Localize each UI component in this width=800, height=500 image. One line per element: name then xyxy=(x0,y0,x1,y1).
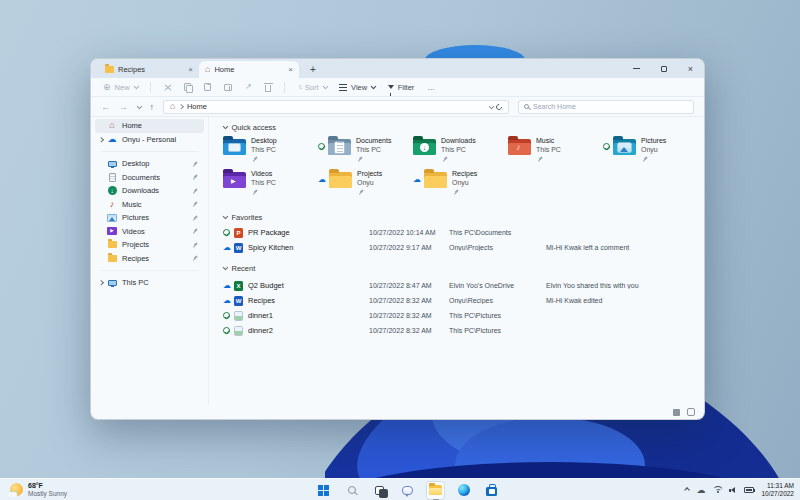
quick-access-tile-documents[interactable]: Documents This PC xyxy=(318,136,413,169)
close-tab-icon[interactable]: × xyxy=(288,66,293,74)
close-button[interactable]: × xyxy=(677,59,704,78)
start-button[interactable] xyxy=(314,481,333,500)
weather-widget[interactable]: 68°F Mostly Sunny xyxy=(10,482,67,498)
task-view-button[interactable] xyxy=(370,481,389,500)
sort-button[interactable]: ↑↓ Sort xyxy=(298,83,326,92)
weather-temp: 68°F xyxy=(28,482,67,490)
sidebar-item-music[interactable]: ♪ Music xyxy=(95,198,204,212)
new-button[interactable]: ⊕ New xyxy=(103,83,137,92)
tab-recipes[interactable]: Recipes × xyxy=(99,61,199,78)
tab-home[interactable]: ⌂ Home × xyxy=(199,61,299,78)
section-header-favorites[interactable]: Favorites xyxy=(209,211,704,223)
edge-button[interactable] xyxy=(454,481,473,500)
file-row-q2-budget[interactable]: ☁ Q2 Budget 10/27/2022 8:47 AM Elvin Yoo… xyxy=(209,278,704,293)
chat-bubble-icon xyxy=(402,486,413,495)
sidebar-item-onedrive[interactable]: ☁ Onyu - Personal xyxy=(95,133,204,147)
forward-button[interactable]: → xyxy=(119,102,128,112)
folder-icon xyxy=(108,241,117,248)
pictures-folder-icon xyxy=(613,139,636,155)
sidebar-item-videos[interactable]: ▶ Videos xyxy=(95,225,204,239)
history-chevron-icon[interactable] xyxy=(137,103,142,108)
quick-access-tile-projects[interactable]: ☁ Projects Onyu xyxy=(318,169,413,202)
up-button[interactable]: ↑ xyxy=(150,102,155,112)
chevron-right-icon[interactable] xyxy=(98,137,103,142)
sidebar-item-desktop[interactable]: Desktop xyxy=(95,157,204,171)
paste-icon[interactable] xyxy=(204,83,211,91)
address-dropdown-icon[interactable] xyxy=(488,103,493,108)
search-button[interactable] xyxy=(342,481,361,500)
task-view-icon xyxy=(375,486,384,495)
excel-file-icon xyxy=(234,281,243,291)
address-breadcrumb[interactable]: ⌂ Home xyxy=(163,100,509,114)
tray-expand-button[interactable] xyxy=(686,488,690,492)
breadcrumb-path: Home xyxy=(187,102,207,111)
chevron-right-icon[interactable] xyxy=(98,280,103,285)
weather-condition: Mostly Sunny xyxy=(28,490,67,498)
maximize-button[interactable] xyxy=(650,59,677,78)
chevron-down-icon xyxy=(371,84,376,89)
word-file-icon xyxy=(234,243,243,253)
file-row-dinner2[interactable]: dinner2 10/27/2022 8:32 AM This PC\Pictu… xyxy=(209,323,704,338)
view-button[interactable]: View xyxy=(339,83,375,92)
rename-icon[interactable] xyxy=(224,84,232,91)
folder-icon xyxy=(108,255,117,262)
videos-folder-icon: ▶ xyxy=(223,172,246,188)
word-file-icon xyxy=(234,296,243,306)
quick-access-tile-downloads[interactable]: ↓ Downloads This PC xyxy=(413,136,508,169)
battery-icon[interactable] xyxy=(744,487,754,493)
home-icon: ⌂ xyxy=(170,102,175,111)
large-icons-view-toggle-icon[interactable] xyxy=(687,408,695,416)
file-row-recipes[interactable]: ☁ Recipes 10/27/2022 8:32 AM Onyu\Recipe… xyxy=(209,293,704,308)
sidebar-item-home[interactable]: ⌂ Home xyxy=(95,119,204,133)
image-file-icon xyxy=(234,326,243,336)
refresh-icon[interactable] xyxy=(495,102,503,110)
more-options-button[interactable]: … xyxy=(427,83,435,92)
file-row-spicy-kitchen[interactable]: ☁ Spicy Kitchen 10/27/2022 9:17 AM Onyu\… xyxy=(209,240,704,255)
new-tab-button[interactable]: + xyxy=(305,62,321,78)
sidebar-item-downloads[interactable]: ↓ Downloads xyxy=(95,184,204,198)
sync-status-icon xyxy=(318,143,325,150)
view-label: View xyxy=(351,83,367,92)
chat-button[interactable] xyxy=(398,481,417,500)
search-box[interactable] xyxy=(518,100,694,114)
sidebar-item-projects[interactable]: Projects xyxy=(95,238,204,252)
sort-arrows-icon: ↑↓ xyxy=(298,83,301,91)
minimize-button[interactable] xyxy=(623,59,650,78)
share-icon[interactable]: ↗ xyxy=(245,83,252,91)
section-header-quick-access[interactable]: Quick access xyxy=(209,121,704,133)
navigation-pane: ⌂ Home ☁ Onyu - Personal Desktop xyxy=(91,117,209,405)
delete-icon[interactable] xyxy=(265,85,271,92)
sidebar-item-this-pc[interactable]: This PC xyxy=(95,276,204,290)
sidebar-item-recipes[interactable]: Recipes xyxy=(95,252,204,266)
onedrive-tray-icon[interactable]: ☁ xyxy=(696,486,705,495)
file-row-dinner1[interactable]: dinner1 10/27/2022 8:32 AM This PC\Pictu… xyxy=(209,308,704,323)
quick-access-tile-videos[interactable]: ▶ Videos This PC xyxy=(223,169,318,202)
file-explorer-button[interactable] xyxy=(426,481,445,500)
divider xyxy=(150,82,151,93)
pin-icon xyxy=(441,155,449,163)
copy-icon[interactable] xyxy=(184,83,191,91)
quick-access-tile-music[interactable]: ♪ Music This PC xyxy=(508,136,603,169)
file-row-pr-package[interactable]: PR Package 10/27/2022 10:14 AM This PC\D… xyxy=(209,225,704,240)
clock[interactable]: 11:31 AM 10/27/2022 xyxy=(761,482,794,498)
pin-icon xyxy=(251,188,259,196)
details-view-toggle-icon[interactable] xyxy=(673,409,680,416)
system-tray: ☁ 11:31 AM 10/27/2022 xyxy=(686,479,794,500)
store-button[interactable] xyxy=(482,481,501,500)
quick-access-tile-recipes[interactable]: ☁ Recipes Onyu xyxy=(413,169,508,202)
quick-access-tile-pictures[interactable]: Pictures Onyu xyxy=(603,136,698,169)
sidebar-item-pictures[interactable]: Pictures xyxy=(95,211,204,225)
file-explorer-icon xyxy=(429,485,442,495)
wifi-icon[interactable] xyxy=(712,486,722,494)
quick-access-tile-desktop[interactable]: Desktop This PC xyxy=(223,136,318,169)
back-button[interactable]: ← xyxy=(101,102,110,112)
pin-icon xyxy=(641,155,649,163)
cut-icon[interactable] xyxy=(164,84,171,91)
close-tab-icon[interactable]: × xyxy=(188,66,193,74)
pin-icon xyxy=(191,241,199,249)
section-header-recent[interactable]: Recent xyxy=(209,262,704,274)
volume-icon[interactable] xyxy=(729,486,737,494)
search-input[interactable] xyxy=(533,103,688,110)
sidebar-item-documents[interactable]: Documents xyxy=(95,171,204,185)
filter-button[interactable]: Filter xyxy=(388,83,415,92)
